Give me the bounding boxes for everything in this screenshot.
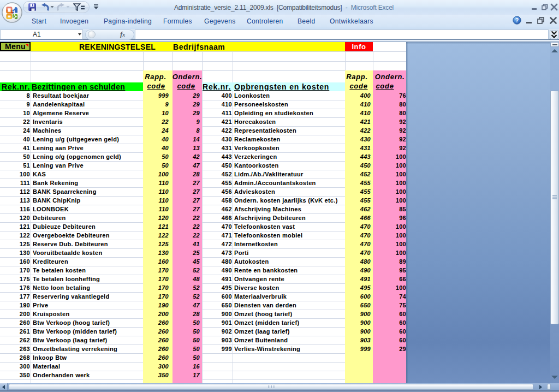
svg-text:?: ? — [515, 17, 519, 23]
